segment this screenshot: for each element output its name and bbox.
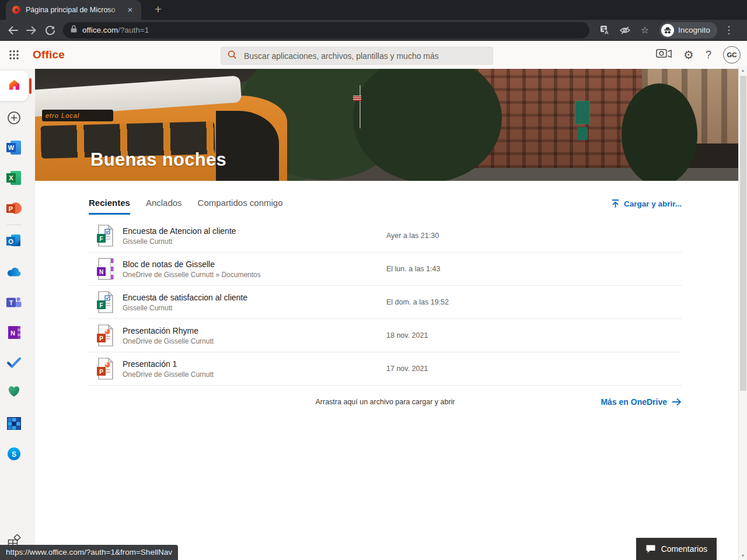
sidebar-item-outlook[interactable]: O	[0, 229, 28, 253]
upload-open-link[interactable]: Cargar y abrir...	[611, 199, 682, 208]
sidebar-item-apps-mosaic[interactable]	[0, 412, 28, 435]
meet-camera-icon[interactable]	[656, 47, 672, 63]
more-onedrive-link[interactable]: Más en OneDrive	[601, 395, 682, 409]
app-sidebar: W X P	[0, 69, 35, 560]
file-title: Bloc de notas de Gisselle	[123, 260, 261, 269]
svg-text:P: P	[99, 369, 103, 375]
sidebar-item-family-safety[interactable]	[0, 380, 28, 403]
file-date: Ayer a las 21:30	[386, 232, 439, 240]
hero-street-sign	[577, 127, 588, 140]
sidebar-selected-indicator	[29, 78, 32, 94]
sidebar-item-excel[interactable]: X	[0, 166, 28, 190]
search-icon	[227, 50, 237, 62]
apps-mosaic-icon	[7, 416, 21, 430]
file-subtitle: OneDrive de Gisselle Curnutt	[123, 370, 214, 379]
content-tabs: Recientes Anclados Compartidos conmigo C…	[89, 196, 682, 215]
translate-icon[interactable]	[598, 23, 613, 38]
onedrive-icon	[6, 267, 22, 278]
search-input[interactable]	[243, 51, 487, 61]
settings-gear-icon[interactable]: ⚙	[683, 49, 694, 61]
home-icon	[8, 78, 21, 94]
bookmark-star-icon[interactable]: ☆	[637, 23, 652, 38]
tab-close-icon[interactable]: ×	[125, 5, 135, 15]
incognito-label: Incognito	[678, 26, 710, 34]
powerpoint-file-icon: P	[97, 324, 114, 346]
feedback-button[interactable]: Comentarios	[636, 538, 717, 560]
app-launcher-waffle-icon[interactable]	[0, 41, 28, 69]
file-meta: Encuesta de Atencion al cliente Gisselle…	[123, 226, 236, 246]
sidebar-item-onenote[interactable]: N	[0, 321, 28, 344]
back-icon[interactable]	[5, 22, 21, 38]
sidebar-item-powerpoint[interactable]: P	[0, 197, 28, 220]
file-meta: Encuesta de satisfaccion al cliente Giss…	[123, 293, 247, 312]
file-row[interactable]: P Presentación 1 OneDrive de Gisselle Cu…	[89, 352, 682, 386]
svg-text:F: F	[99, 236, 103, 242]
hero-sidewalk	[444, 168, 738, 181]
page-scrollbar[interactable]: ▲ ▼	[738, 66, 747, 560]
forward-icon[interactable]	[23, 22, 40, 38]
onenote-icon: N	[6, 325, 22, 340]
hero-flag	[353, 96, 361, 101]
hero-tree	[622, 83, 697, 181]
powerpoint-icon: P	[6, 201, 22, 216]
svg-text:O: O	[8, 238, 13, 245]
file-row[interactable]: P Presentación Rhyme OneDrive de Gissell…	[89, 319, 682, 352]
file-row[interactable]: F Encuesta de satisfaccion al cliente Gi…	[89, 286, 682, 319]
tab-recientes[interactable]: Recientes	[89, 198, 130, 215]
svg-text:W: W	[8, 144, 15, 151]
file-meta: Bloc de notas de Gisselle OneDrive de Gi…	[123, 260, 261, 279]
file-subtitle: OneDrive de Gisselle Curnutt	[123, 337, 214, 345]
link-status-bar: https://www.office.com/?auth=1&from=Shel…	[0, 545, 178, 560]
forms-file-icon: F	[97, 291, 114, 313]
account-avatar[interactable]: GC	[723, 46, 741, 64]
search-bar[interactable]	[221, 47, 493, 65]
svg-text:S: S	[12, 450, 16, 459]
svg-text:N: N	[11, 330, 15, 337]
sidebar-item-onedrive[interactable]	[0, 260, 28, 284]
address-bar[interactable]: office.com/?auth=1	[63, 22, 589, 38]
drag-drop-hint: Arrastra aquí un archivo para cargar y a…	[89, 395, 682, 409]
sidebar-item-create[interactable]	[0, 106, 28, 130]
url-text: office.com/?auth=1	[82, 26, 149, 34]
office-brand-logo[interactable]: Office	[33, 48, 65, 61]
new-tab-button[interactable]: +	[149, 1, 167, 19]
file-date: 17 nov. 2021	[386, 365, 428, 373]
file-meta: Presentación Rhyme OneDrive de Gisselle …	[123, 326, 214, 345]
file-row[interactable]: N Bloc de notas de Gisselle OneDrive de …	[89, 253, 682, 286]
file-date: El lun. a las 1:43	[386, 265, 440, 273]
help-icon[interactable]: ?	[706, 49, 711, 61]
svg-text:P: P	[99, 335, 103, 342]
sidebar-item-teams[interactable]: T	[0, 291, 28, 314]
file-row[interactable]: F Encuesta de Atencion al cliente Gissel…	[89, 219, 682, 253]
svg-text:P: P	[9, 205, 13, 212]
hero-street-sign	[575, 101, 590, 124]
file-subtitle: Gisselle Curnutt	[123, 304, 247, 312]
create-plus-icon	[7, 111, 21, 125]
hero-tree	[353, 69, 502, 181]
browser-tab[interactable]: Página principal de Microso ×	[6, 0, 141, 20]
file-date: 18 nov. 2021	[386, 331, 428, 340]
word-icon: W	[6, 140, 22, 155]
tab-title-fade	[109, 0, 125, 20]
sidebar-item-home[interactable]	[0, 71, 28, 101]
greeting-text: Buenas noches	[90, 149, 226, 170]
reload-icon[interactable]	[42, 22, 58, 38]
tab-anclados[interactable]: Anclados	[146, 198, 182, 215]
forms-file-icon: F	[97, 225, 114, 247]
scroll-down-arrow-icon[interactable]: ▼	[739, 554, 747, 558]
scrollbar-thumb[interactable]	[740, 76, 746, 391]
excel-icon: X	[6, 170, 22, 186]
sidebar-item-word[interactable]: W	[0, 136, 28, 159]
file-subtitle: Gisselle Curnutt	[123, 237, 236, 246]
browser-menu-icon[interactable]: ⋮	[723, 24, 735, 36]
upload-icon	[611, 199, 620, 208]
arrow-right-icon	[672, 398, 682, 406]
sidebar-item-todo[interactable]	[0, 351, 28, 374]
header-actions: ⚙ ? GC	[656, 41, 741, 69]
scroll-up-arrow-icon[interactable]: ▲	[739, 68, 747, 72]
eye-off-icon[interactable]	[617, 23, 633, 38]
tab-compartidos[interactable]: Compartidos conmigo	[198, 198, 283, 215]
incognito-badge[interactable]: Incognito	[659, 22, 717, 38]
svg-text:F: F	[99, 302, 103, 309]
sidebar-item-skype[interactable]: S	[0, 442, 28, 466]
